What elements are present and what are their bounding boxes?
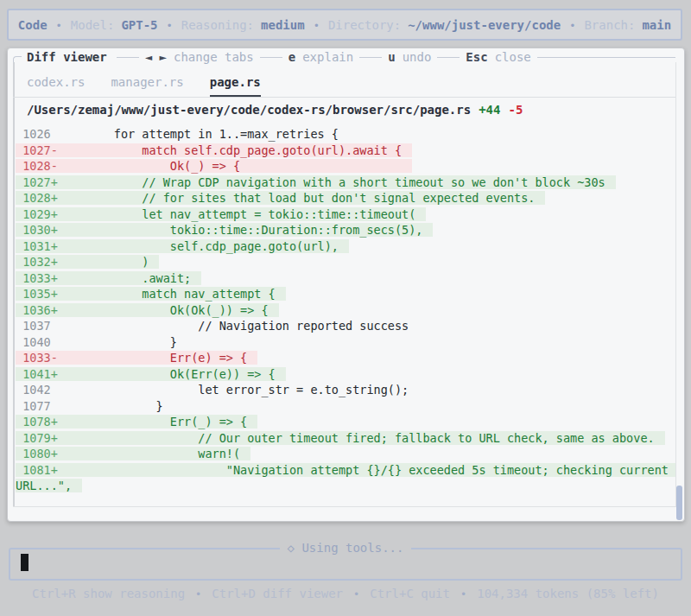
footer-hint: 104,334 tokens (85% left)	[477, 587, 659, 600]
line-code: match self.cdp_page.goto(url).await {	[58, 143, 402, 157]
diff-line: 1026 for attempt in 1..=max_retries {	[16, 126, 677, 143]
status-text: Using tools...	[301, 541, 403, 555]
line-code: // for sites that load but don't signal …	[58, 191, 536, 205]
diff-line: 1033+ .await;	[16, 270, 677, 287]
app-name: Code	[18, 18, 48, 32]
status-value: main	[642, 18, 671, 32]
line-number: 1029+	[16, 207, 58, 221]
bullet-separator: •	[569, 20, 575, 32]
diff-line: 1033- Err(e) => {	[16, 350, 677, 366]
line-number: 1079+	[16, 431, 58, 445]
line-number: 1030+	[16, 223, 58, 237]
line-number: 1031+	[16, 239, 58, 253]
diff-line: 1041+ Ok(Err(e)) => {	[16, 366, 677, 383]
line-number: 1027+	[16, 175, 58, 189]
footer-hints: Ctrl+R show reasoning•Ctrl+D diff viewer…	[0, 587, 691, 600]
bullet-separator: •	[460, 588, 466, 600]
diff-line: 1078+ Err(_) => {	[16, 414, 677, 430]
status-value: ~/www/just-every/code	[408, 18, 561, 32]
diff-viewer-header: Diff viewer ◄ ►change tabseexplainuundoE…	[13, 48, 675, 67]
tab-manager.rs[interactable]: manager.rs	[111, 75, 183, 98]
diff-line: 1079+ // Our outer timeout fired; fallba…	[16, 430, 677, 447]
composer-input[interactable]: ◇ Using tools...	[9, 548, 682, 581]
line-number: 1033-	[16, 351, 58, 365]
line-code: warn!(	[58, 447, 240, 460]
tabs-separator	[13, 97, 675, 98]
footer-hint: Ctrl+D diff viewer	[212, 587, 343, 600]
additions-count: +44	[479, 103, 500, 117]
line-code: for attempt in 1..=max_retries {	[58, 127, 339, 141]
top-status-items: •Model:GPT-5•Reasoning:medium•Directory:…	[48, 18, 672, 32]
line-code: match nav_attempt {	[58, 287, 276, 301]
diff-line: 1032+ )	[16, 254, 677, 270]
status-legend: ◇ Using tools...	[10, 541, 681, 555]
line-number: 1081+	[16, 463, 58, 477]
dash-rule	[437, 57, 460, 58]
bullet-separator: •	[314, 20, 320, 32]
line-number: 1028+	[16, 191, 58, 205]
line-number: 1042	[16, 383, 58, 397]
line-code: // Our outer timeout fired; fallback to …	[58, 431, 655, 445]
bullet-separator: •	[56, 20, 62, 32]
line-number: 1041+	[16, 367, 58, 381]
line-code: tokio::time::Duration::from_secs(5),	[58, 223, 423, 237]
diff-line: 1080+ warn!(	[16, 446, 677, 462]
tab-codex.rs[interactable]: codex.rs	[27, 75, 85, 98]
line-number: 1077	[16, 399, 58, 413]
diff-line: 1040 }	[16, 334, 677, 351]
line-number: 1036+	[16, 303, 58, 317]
line-code: Err(e) => {	[58, 351, 247, 365]
bullet-separator: •	[195, 588, 201, 600]
diff-line: 1077 }	[16, 398, 677, 415]
diff-line: 1031+ self.cdp_page.goto(url),	[16, 238, 677, 255]
shortcut-label: change tabs	[174, 50, 254, 64]
line-code: Err(_) => {	[58, 415, 247, 429]
dash-rule	[260, 57, 282, 58]
line-code: Ok(Ok(_)) => {	[58, 303, 269, 317]
footer-hint: Ctrl+R show reasoning	[32, 587, 185, 600]
diff-lines: 1026 for attempt in 1..=max_retries { 10…	[16, 126, 677, 494]
line-number: 1027-	[16, 143, 58, 157]
diff-line: 1030+ tokio::time::Duration::from_secs(5…	[16, 222, 677, 238]
line-code: )	[58, 255, 149, 269]
text-cursor	[21, 554, 29, 571]
diff-line: 1028- Ok(_) => {	[16, 158, 677, 175]
diff-viewer-panel: Diff viewer ◄ ►change tabseexplainuundoE…	[7, 48, 685, 522]
dash-rule	[117, 57, 139, 58]
diff-line: 1035+ match nav_attempt {	[16, 286, 677, 302]
top-status-bar: Code •Model:GPT-5•Reasoning:medium•Direc…	[7, 9, 682, 41]
diff-viewer-title: Diff viewer	[27, 50, 107, 64]
line-code: let error_str = e.to_string();	[58, 383, 409, 397]
diff-line: 1029+ let nav_attempt = tokio::time::tim…	[16, 206, 677, 223]
line-code: "Navigation attempt {}/{} exceeded 5s ti…	[16, 463, 675, 493]
shortcut-label: close	[495, 50, 531, 64]
shortcut-key: Esc	[466, 50, 487, 64]
line-number: 1028-	[16, 159, 58, 173]
deletions-count: -5	[508, 103, 523, 117]
frame-left-border	[13, 62, 15, 506]
line-code: Ok(Err(e)) => {	[58, 367, 276, 381]
footer-hint: Ctrl+C quit	[370, 587, 450, 600]
frame-bottom-border	[13, 506, 676, 507]
diff-line: 1042 let error_str = e.to_string();	[16, 382, 677, 398]
line-number: 1078+	[16, 415, 58, 429]
shortcut-key: ◄ ►	[145, 50, 167, 64]
line-code: }	[58, 335, 177, 349]
shortcut-key: u	[388, 50, 395, 64]
status-label: Reasoning:	[181, 18, 254, 32]
line-code: // Navigation reported success	[58, 319, 409, 333]
line-code: // Wrap CDP navigation with a short time…	[58, 175, 605, 189]
dash-rule	[359, 57, 382, 58]
line-code: Ok(_) => {	[58, 159, 402, 173]
bullet-separator: •	[353, 588, 359, 600]
line-code: let nav_attempt = tokio::time::timeout(	[58, 207, 416, 221]
diff-line: 1036+ Ok(Ok(_)) => {	[16, 302, 677, 319]
status-label: Model:	[71, 18, 115, 32]
status-value: GPT-5	[121, 18, 157, 32]
tab-page.rs[interactable]: page.rs	[210, 75, 261, 98]
bullet-separator: •	[167, 20, 173, 32]
diff-line: 1027+ // Wrap CDP navigation with a shor…	[16, 175, 677, 191]
line-number: 1033+	[16, 271, 58, 285]
scrollbar-thumb[interactable]	[676, 486, 682, 520]
diff-line: 1037 // Navigation reported success	[16, 318, 677, 334]
